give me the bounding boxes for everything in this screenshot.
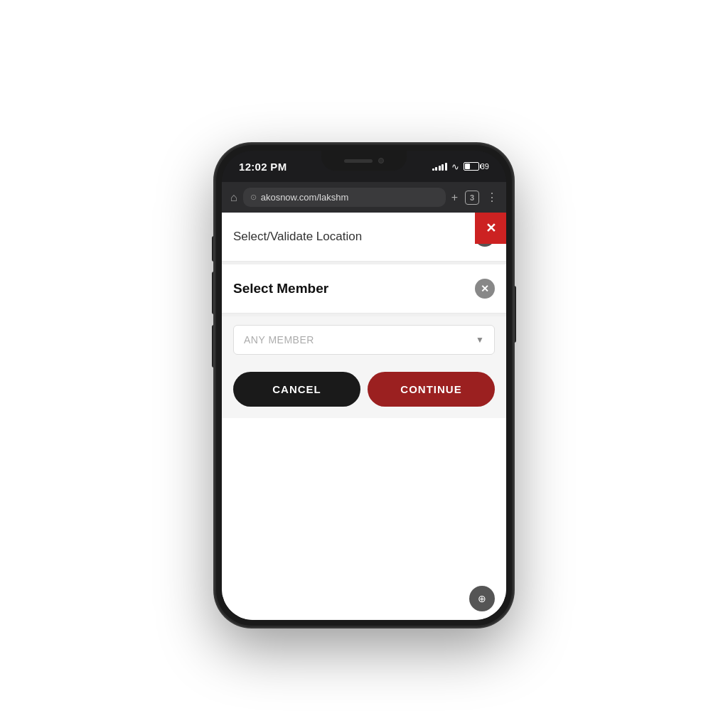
power-button	[513, 286, 516, 343]
signal-bar-2	[435, 167, 437, 171]
action-buttons-row: CANCEL CONTINUE	[222, 363, 506, 418]
member-close-icon[interactable]: ✕	[475, 279, 495, 299]
web-content-area: ✕ Select/Validate Location + Select Memb…	[222, 213, 506, 620]
cancel-button[interactable]: CANCEL	[233, 372, 360, 407]
tabs-count-button[interactable]: 3	[465, 191, 479, 205]
status-time: 12:02 PM	[239, 161, 287, 173]
status-icons: ∿ 39	[432, 161, 489, 172]
continue-button[interactable]: CONTINUE	[368, 372, 495, 407]
member-section-title: Select Member	[233, 281, 328, 296]
close-button[interactable]: ✕	[475, 213, 506, 244]
add-tab-icon[interactable]: +	[451, 191, 458, 204]
home-icon[interactable]: ⌂	[230, 191, 237, 204]
signal-bars-icon	[432, 162, 447, 171]
close-icon: ✕	[486, 220, 496, 236]
browser-toolbar: ⌂ ⊙ akosnow.com/lakshm + 3 ⋮	[222, 182, 506, 213]
dropdown-arrow-icon: ▼	[476, 335, 484, 345]
battery-fill	[465, 164, 470, 169]
bottom-content-area: ⊕	[222, 418, 506, 620]
signal-bar-4	[441, 164, 444, 171]
notch-speaker	[344, 159, 373, 163]
signal-bar-1	[432, 168, 434, 171]
notch-camera	[378, 158, 384, 164]
member-section[interactable]: Select Member ✕	[222, 264, 506, 314]
phone-screen: 12:02 PM ∿ 39	[222, 151, 506, 620]
phone-notch	[321, 151, 407, 171]
browser-menu-icon[interactable]: ⋮	[486, 191, 498, 204]
browser-actions: + 3 ⋮	[451, 191, 498, 205]
signal-bar-5	[445, 163, 447, 171]
member-dropdown[interactable]: ANY MEMBER ▼	[233, 325, 495, 355]
signal-bar-3	[439, 166, 441, 171]
dropdown-placeholder-text: ANY MEMBER	[244, 334, 314, 346]
location-section-title: Select/Validate Location	[233, 230, 362, 244]
phone-device: 12:02 PM ∿ 39	[215, 144, 513, 627]
battery-indicator: 39	[464, 162, 489, 171]
location-section[interactable]: Select/Validate Location +	[222, 213, 506, 262]
url-text: akosnow.com/lakshm	[261, 192, 439, 203]
url-bar[interactable]: ⊙ akosnow.com/lakshm	[243, 188, 446, 207]
wifi-icon: ∿	[451, 161, 459, 172]
battery-level: 39	[481, 162, 489, 171]
member-dropdown-section: ANY MEMBER ▼	[222, 316, 506, 363]
battery-box	[464, 162, 479, 171]
bottom-action-icon: ⊕	[469, 586, 495, 611]
url-security-icon: ⊙	[250, 193, 257, 202]
phone-frame: 12:02 PM ∿ 39	[215, 144, 513, 627]
